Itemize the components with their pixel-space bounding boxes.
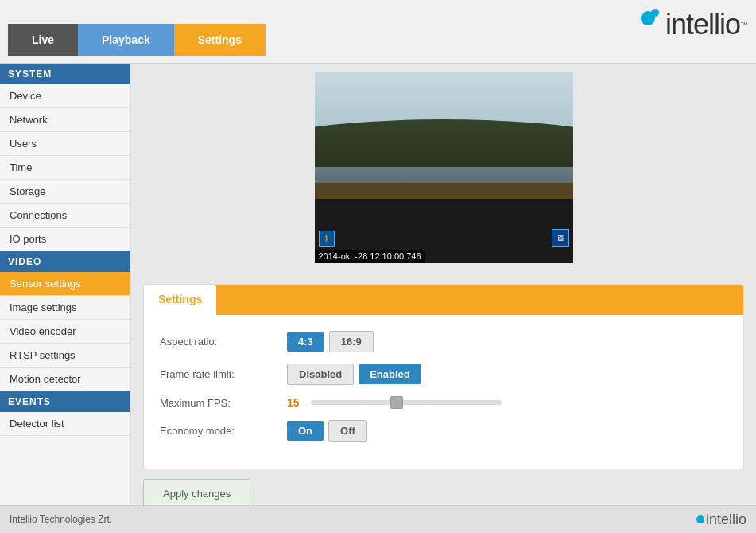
fps-value-display: 15	[287, 396, 300, 409]
aspect-ratio-control: 4:3 16:9	[287, 331, 374, 352]
footer-logo: intellio	[696, 512, 746, 528]
footer-logo-dot	[696, 515, 704, 523]
max-fps-control: 15	[287, 396, 502, 409]
sidebar-item-video-encoder[interactable]: Video encoder	[0, 320, 130, 344]
sidebar-item-io-ports[interactable]: IO ports	[0, 228, 130, 251]
camera-preview-wrapper: 🚶 🖥 2014-okt.-28 12:10:00.746	[143, 72, 744, 274]
logo-area: intellio ™	[641, 8, 748, 41]
content-area: 🚶 🖥 2014-okt.-28 12:10:00.746 Settings A…	[131, 64, 756, 505]
fps-slider-track	[311, 400, 502, 405]
tab-live[interactable]: Live	[8, 24, 78, 56]
sidebar-item-detector-list[interactable]: Detector list	[0, 412, 130, 436]
btn-economy-off[interactable]: Off	[328, 420, 367, 442]
camera-fence	[315, 183, 573, 199]
sidebar-section-video: VIDEO	[0, 251, 130, 272]
logo-text: intellio	[665, 8, 740, 41]
header: Live Playback Settings intellio ™	[0, 0, 756, 64]
tab-playback[interactable]: Playback	[78, 24, 174, 56]
sidebar-section-events: EVENTS	[0, 391, 130, 412]
fps-slider-thumb[interactable]	[390, 396, 403, 409]
max-fps-label: Maximum FPS:	[160, 397, 287, 409]
economy-mode-label: Economy mode:	[160, 425, 287, 437]
btn-aspect-4-3[interactable]: 4:3	[287, 332, 324, 352]
settings-tab-settings[interactable]: Settings	[144, 285, 216, 315]
sidebar-item-image-settings[interactable]: Image settings	[0, 296, 130, 320]
footer-company: Intellio Technologies Zrt.	[10, 514, 112, 525]
camera-sky	[315, 72, 573, 127]
btn-frame-rate-disabled[interactable]: Disabled	[287, 364, 354, 385]
camera-image: 🚶 🖥 2014-okt.-28 12:10:00.746	[315, 72, 573, 263]
sidebar: SYSTEM Device Network Users Time Storage…	[0, 64, 131, 505]
apply-section: Apply changes	[143, 479, 744, 505]
economy-mode-control: On Off	[287, 420, 367, 442]
sidebar-section-system: SYSTEM	[0, 64, 130, 84]
sidebar-item-motion-detector[interactable]: Motion detector	[0, 368, 130, 391]
frame-rate-control: Disabled Enabled	[287, 364, 421, 385]
main-layout: SYSTEM Device Network Users Time Storage…	[0, 64, 756, 505]
sidebar-item-sensor-settings[interactable]: Sensor settings	[0, 272, 130, 296]
logo-tm: ™	[740, 21, 748, 29]
nav-tabs: Live Playback Settings	[8, 24, 266, 56]
sidebar-item-device[interactable]: Device	[0, 84, 130, 108]
camera-timestamp: 2014-okt.-28 12:10:00.746	[315, 250, 425, 263]
btn-frame-rate-enabled[interactable]: Enabled	[359, 364, 421, 384]
settings-panel: Settings Aspect ratio: 4:3 16:9 Frame ra…	[143, 284, 744, 469]
frame-rate-row: Frame rate limit: Disabled Enabled	[160, 364, 727, 385]
camera-icon-display: 🖥	[552, 229, 569, 247]
aspect-ratio-label: Aspect ratio:	[160, 336, 287, 348]
footer: Intellio Technologies Zrt. intellio	[0, 505, 756, 533]
btn-economy-on[interactable]: On	[287, 421, 324, 441]
economy-mode-row: Economy mode: On Off	[160, 420, 727, 442]
camera-preview: 🚶 🖥 2014-okt.-28 12:10:00.746	[315, 72, 573, 263]
max-fps-row: Maximum FPS: 15	[160, 396, 727, 409]
sidebar-item-users[interactable]: Users	[0, 132, 130, 156]
camera-icon-person: 🚶	[319, 231, 335, 247]
apply-changes-button[interactable]: Apply changes	[143, 479, 250, 505]
frame-rate-label: Frame rate limit:	[160, 368, 287, 380]
sidebar-item-rtsp-settings[interactable]: RTSP settings	[0, 344, 130, 368]
sidebar-item-time[interactable]: Time	[0, 156, 130, 180]
sidebar-item-network[interactable]: Network	[0, 108, 130, 132]
footer-logo-text: intellio	[706, 512, 746, 528]
btn-aspect-16-9[interactable]: 16:9	[329, 331, 374, 352]
logo-dot-small	[651, 9, 659, 17]
settings-tab-bar: Settings	[144, 285, 743, 315]
aspect-ratio-row: Aspect ratio: 4:3 16:9	[160, 331, 727, 352]
sidebar-item-storage[interactable]: Storage	[0, 180, 130, 204]
settings-body: Aspect ratio: 4:3 16:9 Frame rate limit:…	[144, 315, 743, 469]
tab-settings[interactable]: Settings	[174, 24, 266, 56]
sidebar-item-connections[interactable]: Connections	[0, 204, 130, 228]
